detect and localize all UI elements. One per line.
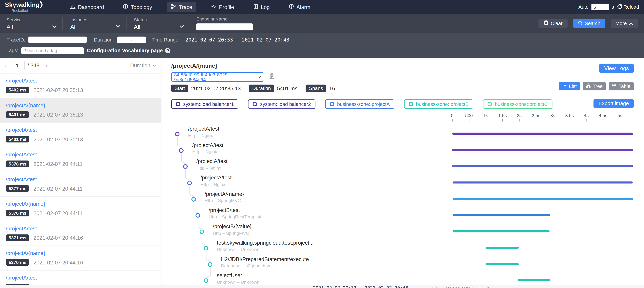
- trace-endpoint-link[interactable]: /projectA/{name}: [6, 102, 155, 108]
- span-duration-bar[interactable]: [453, 230, 550, 232]
- page-number-input[interactable]: [10, 61, 24, 70]
- span-node-icon[interactable]: [204, 246, 208, 250]
- span-duration-bar[interactable]: [486, 247, 518, 249]
- span-node-icon[interactable]: [191, 197, 196, 202]
- span-name[interactable]: /projectA/test: [188, 126, 219, 132]
- status-label: Status: [134, 17, 184, 22]
- span-node-icon[interactable]: [196, 213, 200, 218]
- nav-item-profile[interactable]: Profile: [207, 2, 238, 12]
- span-node-icon[interactable]: [200, 230, 204, 234]
- service-chip[interactable]: system::load balancer2: [248, 99, 316, 109]
- service-chip[interactable]: system::load balancer1: [171, 99, 238, 109]
- tags-label: Tags:: [6, 48, 18, 53]
- span-duration-bar[interactable]: [486, 263, 518, 265]
- service-value: All: [6, 23, 13, 30]
- nav-item-alarm[interactable]: Alarm: [284, 2, 314, 12]
- span-row: selectUserUnknown – Unknown: [171, 270, 634, 285]
- trace-endpoint-link[interactable]: /projectA/test: [6, 226, 155, 232]
- trace-list-item[interactable]: /projectA/test 5370 ms 2021-02-07 20:44:…: [0, 270, 161, 285]
- footer-time-range[interactable]: 2021-02-07 20:33 ~ 2021-02-07 20:48: [313, 285, 408, 288]
- service-filter[interactable]: Service All: [6, 17, 62, 30]
- span-name[interactable]: /projectB/{value}: [213, 224, 252, 230]
- span-name[interactable]: selectUser: [217, 272, 242, 278]
- view-logs-button[interactable]: View Logs: [599, 64, 634, 73]
- export-image-button[interactable]: Export image: [594, 99, 634, 108]
- nav-item-trace[interactable]: Trace: [167, 2, 196, 12]
- alarm-icon: [288, 4, 294, 10]
- span-name[interactable]: test.skywalking.springcloud.test.project…: [217, 240, 314, 246]
- span-node-icon[interactable]: [175, 132, 180, 136]
- trace-endpoint-link[interactable]: /projectA/test: [6, 152, 155, 158]
- span-row: /projectA/testHttp – Nginx: [171, 172, 634, 188]
- span-name[interactable]: /projectA/test: [196, 158, 228, 164]
- nav-item-topology[interactable]: Topology: [119, 2, 156, 12]
- prev-page-icon[interactable]: ‹: [5, 62, 7, 68]
- trace-endpoint-link[interactable]: /projectA/test: [6, 274, 155, 281]
- instance-value: All: [70, 23, 76, 30]
- trace-endpoint-link[interactable]: /projectA/{name}: [6, 201, 155, 207]
- span-row: H2/JDBI/PreparedStatement/executeDatabas…: [171, 254, 634, 270]
- span-node-icon[interactable]: [208, 262, 212, 267]
- trace-list-item[interactable]: /projectA/test 5371 ms 2021-02-07 20:44:…: [0, 221, 161, 246]
- span-name[interactable]: H2/JDBI/PreparedStatement/execute: [221, 256, 309, 262]
- more-button[interactable]: More: [610, 19, 638, 28]
- span-duration-bar[interactable]: [452, 198, 633, 200]
- span-name[interactable]: /projectA/{name}: [204, 191, 244, 197]
- trace-endpoint-link[interactable]: /projectA/test: [6, 78, 155, 84]
- service-chip[interactable]: business-zone::projectB: [404, 99, 473, 109]
- search-button[interactable]: Search: [573, 19, 605, 28]
- trace-list-item[interactable]: /projectA/test 5402 ms 2021-02-07 20:35:…: [0, 74, 161, 98]
- span-duration-bar[interactable]: [453, 214, 550, 216]
- span-node-icon[interactable]: [187, 180, 192, 185]
- trace-id-select[interactable]: 84f88af0-99df-4de3-8029-9a8e1d584d64: [171, 72, 264, 82]
- language-selector[interactable]: En: [432, 286, 437, 288]
- tags-input[interactable]: [21, 47, 84, 54]
- traceid-input[interactable]: [28, 36, 86, 43]
- trace-endpoint-link[interactable]: /projectA/test: [6, 127, 155, 133]
- trace-list-item[interactable]: /projectA/{name} 5376 ms 2021-02-07 20:4…: [0, 197, 161, 221]
- next-page-icon[interactable]: ›: [45, 62, 47, 68]
- view-list-button[interactable]: List: [559, 82, 580, 90]
- time-range-value[interactable]: 2021-02-07 20:33 ~ 2021-02-07 20:48: [186, 37, 289, 43]
- trace-list-item[interactable]: /projectA/test 5401 ms 2021-02-07 20:35:…: [0, 123, 161, 148]
- span-name[interactable]: /projectA/test: [200, 174, 232, 180]
- span-node-icon[interactable]: [183, 164, 188, 169]
- trace-list-item[interactable]: /projectA/test 5378 ms 2021-02-07 20:44:…: [0, 148, 161, 172]
- trace-start-time: 2021-02-07 20:44:16: [34, 235, 83, 241]
- view-table-button[interactable]: Table: [609, 82, 634, 90]
- help-icon[interactable]: ?: [165, 48, 171, 53]
- auto-label: Auto: [578, 4, 588, 10]
- axis-tick-label: 3s: [550, 113, 555, 118]
- trace-list-item[interactable]: /projectA/{name} 5401 ms 2021-02-07 20:3…: [0, 98, 161, 123]
- span-duration-bar[interactable]: [518, 279, 550, 281]
- nav-item-log[interactable]: Log: [249, 2, 274, 12]
- reload-button[interactable]: Reload: [617, 4, 639, 10]
- instance-filter[interactable]: Instance All: [62, 17, 126, 30]
- duration-input[interactable]: [117, 36, 146, 43]
- span-duration-bar[interactable]: [452, 149, 633, 151]
- copy-icon[interactable]: [270, 73, 275, 81]
- span-name[interactable]: /projectA/test: [192, 142, 223, 148]
- clear-button[interactable]: Clear: [538, 19, 568, 28]
- trace-list-item[interactable]: /projectA/{name} 5370 ms 2021-02-07 20:4…: [0, 246, 161, 270]
- span-name[interactable]: /projectB/test: [208, 207, 240, 213]
- trace-list-item[interactable]: /projectA/test 5377 ms 2021-02-07 20:44:…: [0, 172, 161, 196]
- trace-duration-badge: 5402 ms: [6, 86, 29, 93]
- service-chip[interactable]: business-zone::projectC: [483, 99, 552, 109]
- endpoint-name-input[interactable]: [196, 24, 253, 30]
- sort-dropdown[interactable]: Duration: [130, 62, 156, 68]
- span-node-icon[interactable]: [179, 148, 184, 153]
- nav-item-dashboard[interactable]: Dashboard: [66, 2, 108, 12]
- vocabulary-link[interactable]: Configuration Vocabulary page: [87, 48, 163, 53]
- span-duration-bar[interactable]: [452, 165, 633, 167]
- span-duration-bar[interactable]: [452, 133, 633, 135]
- span-node-icon[interactable]: [204, 278, 208, 283]
- service-chip[interactable]: business-zone::projectA: [325, 99, 394, 109]
- auto-interval-input[interactable]: [592, 4, 609, 10]
- span-duration-bar[interactable]: [452, 182, 633, 184]
- trace-endpoint-link[interactable]: /projectA/test: [6, 176, 155, 182]
- reload-icon: [617, 4, 623, 10]
- status-filter[interactable]: Status All: [126, 17, 190, 30]
- view-tree-button[interactable]: Tree: [583, 82, 606, 90]
- trace-endpoint-link[interactable]: /projectA/{name}: [6, 250, 155, 256]
